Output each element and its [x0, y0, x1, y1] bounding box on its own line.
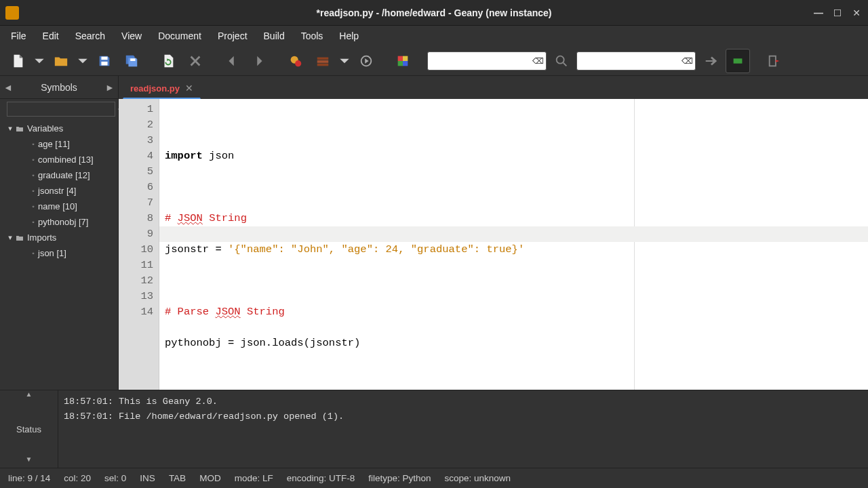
status-mod: MOD — [199, 473, 221, 483]
current-line-highlight — [159, 226, 868, 242]
line-gutter: 1234567891011121314 — [119, 99, 159, 390]
search-field[interactable]: ⌫ — [427, 52, 547, 70]
menu-file[interactable]: File — [3, 28, 35, 44]
msg-tab-down[interactable]: ▼ — [0, 455, 58, 468]
quit-button[interactable] — [762, 49, 787, 73]
folder-icon — [15, 125, 24, 133]
tree-item[interactable]: ◦pythonobj [7] — [0, 214, 118, 230]
svg-rect-7 — [317, 63, 329, 66]
back-button[interactable] — [220, 49, 244, 73]
save-all-button[interactable] — [119, 49, 144, 73]
menu-search[interactable]: Search — [67, 28, 113, 44]
code-editor[interactable]: 1234567891011121314 import json # JSON S… — [119, 99, 868, 390]
menu-edit[interactable]: Edit — [35, 28, 67, 44]
goto-input[interactable] — [580, 56, 682, 66]
clear-search-icon[interactable]: ⌫ — [532, 56, 543, 66]
close-button[interactable]: ✕ — [849, 5, 864, 20]
status-sel: sel: 0 — [104, 473, 126, 483]
new-dropdown[interactable] — [33, 49, 46, 73]
code-area[interactable]: import json # JSON String jsonstr = '{"n… — [159, 99, 868, 390]
search-input[interactable] — [431, 56, 532, 66]
svg-rect-15 — [770, 56, 776, 66]
svg-rect-9 — [398, 56, 403, 60]
compile-button[interactable] — [283, 49, 308, 73]
menu-project[interactable]: Project — [210, 28, 256, 44]
tree-item[interactable]: ◦graduate [12] — [0, 167, 118, 183]
close-file-button[interactable] — [183, 49, 208, 73]
sidebar-tab-label[interactable]: Symbols — [16, 82, 102, 93]
msg-tab-up[interactable]: ▲ — [0, 390, 58, 403]
variable-icon: ◦ — [28, 140, 38, 148]
sidebar-prev[interactable]: ◄ — [0, 82, 16, 93]
svg-rect-0 — [101, 56, 107, 60]
build-button[interactable] — [311, 49, 335, 73]
save-button[interactable] — [92, 49, 117, 73]
svg-rect-11 — [398, 61, 403, 66]
collapse-icon[interactable]: ▾ — [5, 124, 15, 133]
variable-icon: ◦ — [28, 187, 38, 195]
tabbar: readjson.py ✕ — [119, 76, 868, 99]
menu-document[interactable]: Document — [150, 28, 210, 44]
forward-button[interactable] — [247, 49, 271, 73]
symbol-tree[interactable]: ▾Variables ◦age [11] ◦combined [13] ◦gra… — [0, 119, 118, 390]
file-tab[interactable]: readjson.py ✕ — [123, 78, 201, 99]
tree-item[interactable]: ◦name [10] — [0, 199, 118, 214]
close-tab-icon[interactable]: ✕ — [185, 83, 193, 94]
status-encoding: encoding: UTF-8 — [287, 473, 355, 483]
import-icon: ◦ — [28, 249, 38, 257]
titlebar: *readjson.py - /home/edward - Geany (new… — [0, 0, 868, 26]
reload-button[interactable] — [156, 49, 180, 73]
open-button[interactable] — [49, 49, 73, 73]
svg-rect-10 — [403, 56, 408, 60]
tree-item[interactable]: ◦age [11] — [0, 136, 118, 152]
svg-rect-2 — [130, 58, 135, 61]
svg-rect-12 — [403, 61, 408, 66]
tree-item[interactable]: ◦json [1] — [0, 245, 118, 261]
plugin-button[interactable] — [726, 49, 750, 73]
build-dropdown[interactable] — [338, 49, 351, 73]
maximize-button[interactable]: ☐ — [830, 5, 845, 20]
svg-point-4 — [295, 60, 301, 66]
collapse-icon[interactable]: ▾ — [5, 233, 15, 242]
menu-build[interactable]: Build — [256, 28, 293, 44]
variable-icon: ◦ — [28, 156, 38, 163]
statusbar: line: 9 / 14 col: 20 sel: 0 INS TAB MOD … — [0, 468, 868, 488]
goto-field[interactable]: ⌫ — [576, 52, 696, 70]
menu-help[interactable]: Help — [331, 28, 367, 44]
new-file-button[interactable] — [5, 49, 30, 73]
menu-view[interactable]: View — [113, 28, 150, 44]
goto-button[interactable] — [698, 49, 723, 73]
variable-icon: ◦ — [28, 171, 38, 179]
status-col: col: 20 — [64, 473, 91, 483]
svg-rect-5 — [317, 57, 329, 60]
tree-item[interactable]: ◦jsonstr [4] — [0, 183, 118, 199]
svg-rect-1 — [101, 61, 107, 65]
toolbar: ⌫ ⌫ — [0, 46, 868, 76]
message-line: 18:57:01: This is Geany 2.0. — [64, 394, 863, 409]
msg-tab-status[interactable]: Status — [0, 403, 58, 455]
search-button[interactable] — [549, 49, 574, 73]
status-filetype: filetype: Python — [368, 473, 431, 483]
tree-group-imports[interactable]: ▾Imports — [0, 230, 118, 245]
minimize-button[interactable]: — — [811, 5, 826, 20]
tab-label: readjson.py — [130, 83, 180, 94]
status-ins: INS — [140, 473, 155, 483]
status-line: line: 9 / 14 — [8, 473, 50, 483]
window-title: *readjson.py - /home/edward - Geany (new… — [317, 7, 552, 18]
message-panel: ▲ Status ▼ 18:57:01: This is Geany 2.0. … — [0, 390, 868, 468]
run-button[interactable] — [354, 49, 378, 73]
menu-tools[interactable]: Tools — [293, 28, 332, 44]
variable-icon: ◦ — [28, 218, 38, 226]
tree-group-variables[interactable]: ▾Variables — [0, 121, 118, 136]
menubar: File Edit Search View Document Project B… — [0, 26, 868, 46]
clear-goto-icon[interactable]: ⌫ — [682, 56, 692, 66]
svg-rect-14 — [734, 58, 743, 63]
color-chooser-button[interactable] — [391, 49, 415, 73]
status-mode: mode: LF — [235, 473, 273, 483]
svg-rect-6 — [317, 60, 329, 63]
symbol-filter-input[interactable] — [7, 102, 115, 117]
open-dropdown[interactable] — [76, 49, 90, 73]
tree-item[interactable]: ◦combined [13] — [0, 152, 118, 167]
sidebar-next[interactable]: ► — [102, 82, 118, 93]
message-output[interactable]: 18:57:01: This is Geany 2.0. 18:57:01: F… — [58, 390, 868, 468]
